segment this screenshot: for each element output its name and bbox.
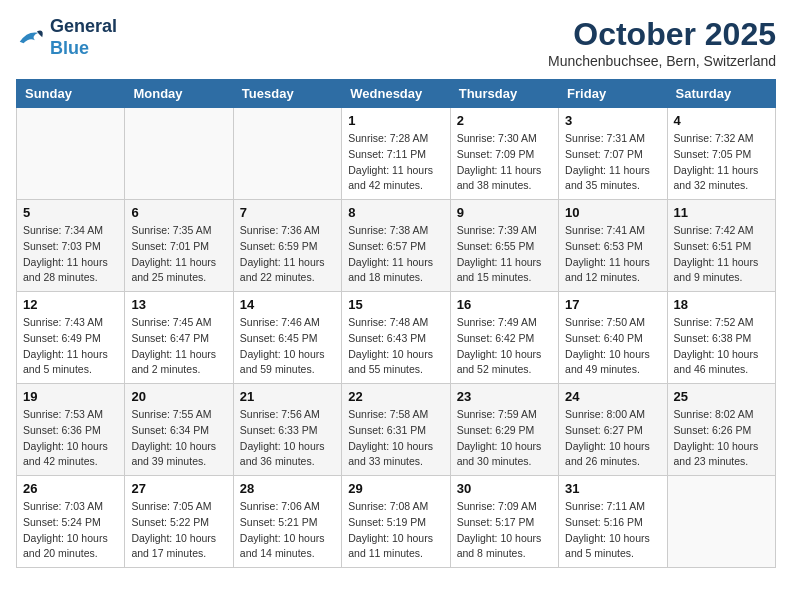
day-number: 3 [565, 113, 660, 128]
day-number: 9 [457, 205, 552, 220]
day-info: Sunrise: 7:59 AM Sunset: 6:29 PM Dayligh… [457, 407, 552, 470]
day-info: Sunrise: 7:36 AM Sunset: 6:59 PM Dayligh… [240, 223, 335, 286]
day-info: Sunrise: 7:45 AM Sunset: 6:47 PM Dayligh… [131, 315, 226, 378]
day-info: Sunrise: 7:31 AM Sunset: 7:07 PM Dayligh… [565, 131, 660, 194]
day-number: 25 [674, 389, 769, 404]
day-number: 14 [240, 297, 335, 312]
day-number: 11 [674, 205, 769, 220]
day-number: 27 [131, 481, 226, 496]
day-number: 17 [565, 297, 660, 312]
calendar-day-cell: 30Sunrise: 7:09 AM Sunset: 5:17 PM Dayli… [450, 476, 558, 568]
day-info: Sunrise: 7:08 AM Sunset: 5:19 PM Dayligh… [348, 499, 443, 562]
calendar-week-row: 12Sunrise: 7:43 AM Sunset: 6:49 PM Dayli… [17, 292, 776, 384]
day-info: Sunrise: 7:56 AM Sunset: 6:33 PM Dayligh… [240, 407, 335, 470]
calendar-day-cell: 20Sunrise: 7:55 AM Sunset: 6:34 PM Dayli… [125, 384, 233, 476]
day-info: Sunrise: 7:09 AM Sunset: 5:17 PM Dayligh… [457, 499, 552, 562]
day-info: Sunrise: 7:42 AM Sunset: 6:51 PM Dayligh… [674, 223, 769, 286]
calendar-day-cell: 4Sunrise: 7:32 AM Sunset: 7:05 PM Daylig… [667, 108, 775, 200]
calendar-day-cell [17, 108, 125, 200]
day-info: Sunrise: 8:02 AM Sunset: 6:26 PM Dayligh… [674, 407, 769, 470]
day-number: 20 [131, 389, 226, 404]
day-info: Sunrise: 7:48 AM Sunset: 6:43 PM Dayligh… [348, 315, 443, 378]
calendar-day-cell: 25Sunrise: 8:02 AM Sunset: 6:26 PM Dayli… [667, 384, 775, 476]
day-info: Sunrise: 7:05 AM Sunset: 5:22 PM Dayligh… [131, 499, 226, 562]
day-number: 8 [348, 205, 443, 220]
day-number: 12 [23, 297, 118, 312]
page-header: General Blue October 2025 Munchenbuchsee… [16, 16, 776, 69]
calendar-day-cell [233, 108, 341, 200]
calendar-day-cell: 14Sunrise: 7:46 AM Sunset: 6:45 PM Dayli… [233, 292, 341, 384]
day-info: Sunrise: 7:55 AM Sunset: 6:34 PM Dayligh… [131, 407, 226, 470]
day-info: Sunrise: 7:35 AM Sunset: 7:01 PM Dayligh… [131, 223, 226, 286]
title-block: October 2025 Munchenbuchsee, Bern, Switz… [548, 16, 776, 69]
calendar-table: SundayMondayTuesdayWednesdayThursdayFrid… [16, 79, 776, 568]
day-number: 2 [457, 113, 552, 128]
day-info: Sunrise: 7:53 AM Sunset: 6:36 PM Dayligh… [23, 407, 118, 470]
day-info: Sunrise: 7:11 AM Sunset: 5:16 PM Dayligh… [565, 499, 660, 562]
day-info: Sunrise: 7:03 AM Sunset: 5:24 PM Dayligh… [23, 499, 118, 562]
day-of-week-header: Saturday [667, 80, 775, 108]
day-info: Sunrise: 7:39 AM Sunset: 6:55 PM Dayligh… [457, 223, 552, 286]
day-number: 15 [348, 297, 443, 312]
calendar-week-row: 1Sunrise: 7:28 AM Sunset: 7:11 PM Daylig… [17, 108, 776, 200]
calendar-day-cell: 10Sunrise: 7:41 AM Sunset: 6:53 PM Dayli… [559, 200, 667, 292]
day-number: 31 [565, 481, 660, 496]
day-info: Sunrise: 7:06 AM Sunset: 5:21 PM Dayligh… [240, 499, 335, 562]
day-number: 19 [23, 389, 118, 404]
day-number: 28 [240, 481, 335, 496]
calendar-header-row: SundayMondayTuesdayWednesdayThursdayFrid… [17, 80, 776, 108]
calendar-body: 1Sunrise: 7:28 AM Sunset: 7:11 PM Daylig… [17, 108, 776, 568]
calendar-day-cell [125, 108, 233, 200]
calendar-day-cell: 15Sunrise: 7:48 AM Sunset: 6:43 PM Dayli… [342, 292, 450, 384]
logo: General Blue [16, 16, 117, 59]
day-number: 18 [674, 297, 769, 312]
day-number: 6 [131, 205, 226, 220]
calendar-day-cell: 23Sunrise: 7:59 AM Sunset: 6:29 PM Dayli… [450, 384, 558, 476]
day-of-week-header: Tuesday [233, 80, 341, 108]
day-number: 16 [457, 297, 552, 312]
location-title: Munchenbuchsee, Bern, Switzerland [548, 53, 776, 69]
calendar-day-cell: 1Sunrise: 7:28 AM Sunset: 7:11 PM Daylig… [342, 108, 450, 200]
day-info: Sunrise: 7:46 AM Sunset: 6:45 PM Dayligh… [240, 315, 335, 378]
calendar-day-cell: 7Sunrise: 7:36 AM Sunset: 6:59 PM Daylig… [233, 200, 341, 292]
calendar-day-cell: 6Sunrise: 7:35 AM Sunset: 7:01 PM Daylig… [125, 200, 233, 292]
calendar-day-cell: 13Sunrise: 7:45 AM Sunset: 6:47 PM Dayli… [125, 292, 233, 384]
day-info: Sunrise: 7:50 AM Sunset: 6:40 PM Dayligh… [565, 315, 660, 378]
day-number: 29 [348, 481, 443, 496]
calendar-day-cell: 24Sunrise: 8:00 AM Sunset: 6:27 PM Dayli… [559, 384, 667, 476]
day-of-week-header: Thursday [450, 80, 558, 108]
day-number: 13 [131, 297, 226, 312]
calendar-day-cell: 19Sunrise: 7:53 AM Sunset: 6:36 PM Dayli… [17, 384, 125, 476]
calendar-week-row: 19Sunrise: 7:53 AM Sunset: 6:36 PM Dayli… [17, 384, 776, 476]
day-number: 26 [23, 481, 118, 496]
calendar-day-cell: 27Sunrise: 7:05 AM Sunset: 5:22 PM Dayli… [125, 476, 233, 568]
calendar-week-row: 26Sunrise: 7:03 AM Sunset: 5:24 PM Dayli… [17, 476, 776, 568]
day-number: 22 [348, 389, 443, 404]
day-info: Sunrise: 7:52 AM Sunset: 6:38 PM Dayligh… [674, 315, 769, 378]
calendar-day-cell: 12Sunrise: 7:43 AM Sunset: 6:49 PM Dayli… [17, 292, 125, 384]
calendar-day-cell: 21Sunrise: 7:56 AM Sunset: 6:33 PM Dayli… [233, 384, 341, 476]
day-number: 21 [240, 389, 335, 404]
day-info: Sunrise: 7:32 AM Sunset: 7:05 PM Dayligh… [674, 131, 769, 194]
calendar-week-row: 5Sunrise: 7:34 AM Sunset: 7:03 PM Daylig… [17, 200, 776, 292]
calendar-day-cell: 31Sunrise: 7:11 AM Sunset: 5:16 PM Dayli… [559, 476, 667, 568]
calendar-day-cell: 11Sunrise: 7:42 AM Sunset: 6:51 PM Dayli… [667, 200, 775, 292]
calendar-day-cell: 9Sunrise: 7:39 AM Sunset: 6:55 PM Daylig… [450, 200, 558, 292]
day-of-week-header: Monday [125, 80, 233, 108]
day-number: 1 [348, 113, 443, 128]
calendar-day-cell: 18Sunrise: 7:52 AM Sunset: 6:38 PM Dayli… [667, 292, 775, 384]
day-info: Sunrise: 7:38 AM Sunset: 6:57 PM Dayligh… [348, 223, 443, 286]
month-title: October 2025 [548, 16, 776, 53]
calendar-day-cell: 16Sunrise: 7:49 AM Sunset: 6:42 PM Dayli… [450, 292, 558, 384]
day-info: Sunrise: 7:49 AM Sunset: 6:42 PM Dayligh… [457, 315, 552, 378]
day-info: Sunrise: 7:30 AM Sunset: 7:09 PM Dayligh… [457, 131, 552, 194]
day-number: 10 [565, 205, 660, 220]
calendar-day-cell [667, 476, 775, 568]
day-number: 7 [240, 205, 335, 220]
calendar-day-cell: 8Sunrise: 7:38 AM Sunset: 6:57 PM Daylig… [342, 200, 450, 292]
calendar-day-cell: 5Sunrise: 7:34 AM Sunset: 7:03 PM Daylig… [17, 200, 125, 292]
day-info: Sunrise: 7:28 AM Sunset: 7:11 PM Dayligh… [348, 131, 443, 194]
calendar-day-cell: 2Sunrise: 7:30 AM Sunset: 7:09 PM Daylig… [450, 108, 558, 200]
day-info: Sunrise: 7:41 AM Sunset: 6:53 PM Dayligh… [565, 223, 660, 286]
day-number: 30 [457, 481, 552, 496]
